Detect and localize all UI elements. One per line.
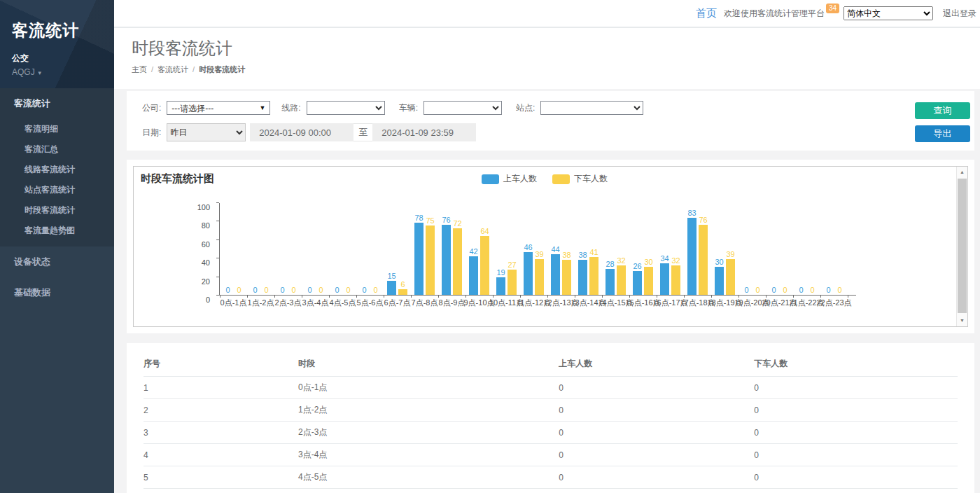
bar-column: 78: [414, 214, 424, 295]
sidebar-subitem[interactable]: 站点客流统计: [0, 180, 114, 200]
breadcrumb-home[interactable]: 主页: [132, 65, 147, 74]
bar-value-label: 0: [335, 286, 339, 294]
chart-category: 002点-3点: [274, 202, 302, 295]
bar-value-label: 76: [699, 216, 707, 224]
bar-value-label: 28: [606, 260, 614, 268]
bar-column: 0: [278, 286, 287, 295]
scroll-down-icon[interactable]: ▼: [957, 315, 967, 326]
nav-section-base-data: 基础数据: [0, 277, 114, 308]
legend-item[interactable]: 上车人数: [482, 173, 537, 185]
bar-column: 0: [316, 286, 326, 295]
x-tick-label: 3点-4点: [302, 298, 329, 308]
bar-value-label: 0: [291, 286, 295, 294]
org-code-dropdown[interactable]: AQGJ▼: [12, 67, 102, 77]
x-tick-mark: [220, 295, 220, 298]
chart-scrollbar[interactable]: ▲ ▼: [956, 167, 967, 326]
bar-column: 15: [387, 272, 396, 295]
sidebar-item-device-status[interactable]: 设备状态: [0, 246, 114, 277]
bar-column: 0: [360, 286, 369, 295]
company-select[interactable]: ---请选择--- ▼: [167, 101, 270, 115]
bar-value-label: 0: [744, 286, 748, 294]
x-tick-label: 6点-7点: [384, 298, 411, 308]
bar: [398, 289, 407, 295]
date-to-input[interactable]: [372, 123, 476, 141]
bar-column: 0: [262, 286, 271, 295]
col-header-alighting: 下车人数: [754, 352, 958, 377]
date-from-input[interactable]: [250, 123, 354, 141]
x-tick-mark: [684, 295, 685, 298]
bar-column: 32: [617, 256, 626, 295]
bar: [660, 263, 669, 295]
sidebar-subitem[interactable]: 客流汇总: [0, 139, 114, 160]
export-button[interactable]: 导出: [915, 125, 970, 142]
col-header-period: 时段: [298, 352, 559, 377]
scroll-up-icon[interactable]: ▲: [957, 167, 967, 178]
bar-column: 0: [223, 286, 232, 295]
caret-down-icon: ▼: [37, 70, 43, 76]
table-cell: 3点-4点: [298, 444, 559, 466]
table-cell: 0: [559, 422, 754, 444]
sidebar-subitem[interactable]: 线路客流统计: [0, 160, 114, 180]
query-button[interactable]: 查询: [915, 102, 970, 119]
chart-category: 0021点-22点: [793, 202, 820, 295]
breadcrumb: 主页/客流统计/时段客流统计: [132, 64, 962, 75]
vehicle-select[interactable]: [424, 101, 502, 115]
sidebar-subitem[interactable]: 客流明细: [0, 119, 114, 139]
bar-column: 0: [371, 286, 380, 295]
bar: [617, 265, 626, 295]
legend-item[interactable]: 下车人数: [552, 173, 608, 185]
filter-panel: 公司: ---请选择--- ▼ 线路: 车辆: 站点: 日期: 昨日 至: [127, 91, 974, 151]
table-cell: 5点-6点: [298, 489, 559, 493]
bar-value-label: 0: [346, 286, 350, 294]
x-tick-mark: [711, 295, 712, 298]
date-preset-select[interactable]: 昨日: [167, 123, 246, 141]
org-code-label: AQGJ: [12, 67, 35, 77]
table-cell: 6: [144, 489, 298, 493]
breadcrumb-passenger-stats[interactable]: 客流统计: [158, 65, 188, 74]
bar-value-label: 30: [644, 258, 652, 266]
table-cell: 3: [144, 422, 298, 444]
chart-y-axis: 020406080100: [134, 203, 219, 296]
scrollbar-thumb[interactable]: [958, 179, 967, 313]
bar-column: 0: [753, 286, 762, 295]
company-select-value: ---请选择---: [172, 104, 214, 113]
bar-column: 0: [234, 286, 244, 295]
x-tick-label: 1点-2点: [248, 298, 274, 308]
bar-value-label: 64: [480, 227, 489, 235]
sidebar-logo-area: 客流统计 公交 AQGJ▼: [0, 0, 114, 88]
x-tick-mark: [575, 295, 575, 298]
app-logo-title: 客流统计: [12, 20, 102, 41]
x-tick-mark: [247, 295, 248, 298]
bar-column: 0: [808, 286, 817, 295]
x-tick-label: 0点-1点: [220, 298, 247, 308]
home-link[interactable]: 首页: [696, 7, 717, 20]
sidebar-subitem[interactable]: 时段客流统计: [0, 200, 114, 221]
bar-column: 34: [660, 254, 669, 295]
x-tick-mark: [493, 295, 493, 298]
chart-category: 000点-1点: [220, 202, 247, 295]
sidebar-subitem[interactable]: 客流量趋势图: [0, 221, 114, 241]
line-select[interactable]: [307, 101, 385, 115]
chart-container: 时段车流统计图 上车人数下车人数 020406080100 000点-1点001…: [133, 166, 968, 327]
language-select[interactable]: 简体中文: [844, 6, 933, 20]
bar-column: 0: [797, 286, 806, 295]
bar-column: 0: [344, 286, 353, 295]
table-row: 32点-3点00: [144, 422, 958, 444]
bar: [715, 267, 724, 295]
station-select[interactable]: [540, 101, 643, 115]
vehicle-label: 车辆:: [399, 102, 418, 114]
table-cell: 0: [754, 466, 958, 489]
bar-value-label: 30: [715, 258, 723, 266]
bar: [453, 228, 462, 295]
table-row: 65点-6点00: [144, 489, 958, 493]
x-tick-mark: [629, 295, 630, 298]
x-tick-label: 7点-8点: [412, 298, 438, 308]
y-tick-label: 40: [202, 258, 210, 267]
sidebar-item-base-data[interactable]: 基础数据: [0, 277, 114, 308]
bar-column: 76: [699, 216, 708, 295]
bar-value-label: 26: [633, 262, 641, 270]
chart-category: 384113点-14点: [575, 202, 602, 295]
logout-link[interactable]: 退出登录: [943, 8, 976, 20]
sidebar-item-passenger-stats[interactable]: 客流统计: [0, 88, 114, 119]
table-cell: 0: [754, 422, 958, 444]
